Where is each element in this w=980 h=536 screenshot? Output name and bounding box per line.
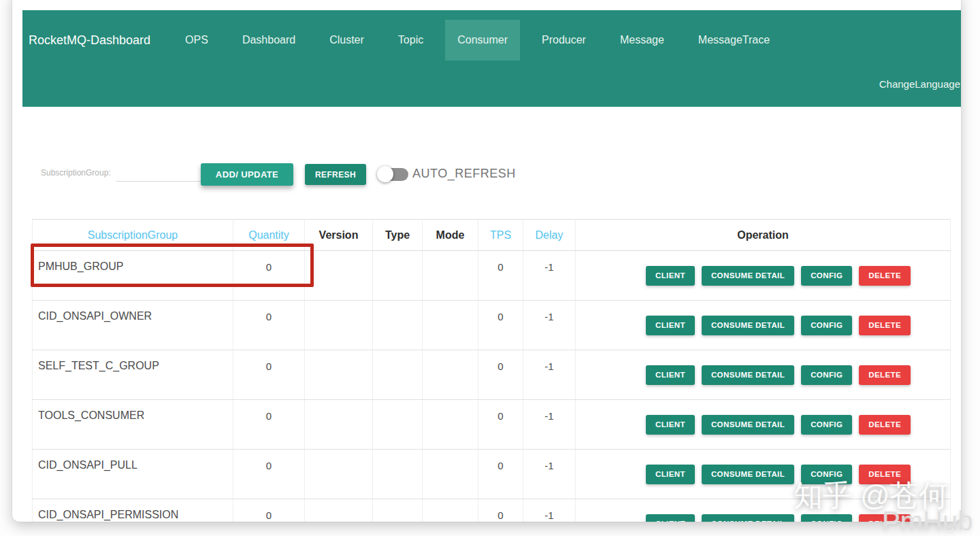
consume-detail-button[interactable]: CONSUME DETAIL	[702, 266, 794, 286]
mode-cell	[423, 251, 478, 301]
delay-cell: -1	[523, 400, 576, 450]
config-button[interactable]: CONFIG	[801, 415, 852, 435]
quantity-cell: 0	[233, 350, 305, 400]
nav-item-cluster[interactable]: Cluster	[317, 20, 376, 61]
version-cell	[305, 400, 373, 450]
mode-cell	[423, 499, 478, 522]
version-cell	[305, 450, 373, 499]
column-header-delay[interactable]: Delay	[523, 220, 576, 251]
table-row: CID_ONSAPI_OWNER00-1CLIENTCONSUME DETAIL…	[33, 301, 951, 350]
type-cell	[373, 450, 423, 499]
column-header-tps[interactable]: TPS	[478, 220, 523, 251]
brand-title[interactable]: RocketMQ-Dashboard	[29, 33, 150, 48]
config-button[interactable]: CONFIG	[801, 266, 852, 286]
delete-button[interactable]: DELETE	[859, 266, 911, 286]
type-cell	[373, 499, 423, 522]
config-button[interactable]: CONFIG	[801, 365, 852, 385]
tps-cell: 0	[478, 400, 523, 450]
mode-cell	[423, 301, 478, 350]
watermark-pmhub: PmHub	[882, 506, 973, 536]
quantity-cell: 0	[233, 251, 305, 301]
mode-cell	[423, 400, 478, 450]
table-row: PMHUB_GROUP00-1CLIENTCONSUME DETAILCONFI…	[33, 251, 951, 301]
navbar-row-1: RocketMQ-Dashboard OPSDashboardClusterTo…	[22, 10, 961, 70]
operation-cell: CLIENTCONSUME DETAILCONFIGDELETE	[576, 400, 951, 450]
column-header-operation: Operation	[576, 220, 951, 251]
add-update-button[interactable]: ADD/ UPDATE	[201, 163, 293, 186]
type-cell	[373, 301, 423, 350]
navbar: RocketMQ-Dashboard OPSDashboardClusterTo…	[22, 10, 961, 107]
nav-item-message[interactable]: Message	[608, 20, 676, 61]
column-header-type: Type	[373, 220, 423, 251]
table-row: TOOLS_CONSUMER00-1CLIENTCONSUME DETAILCO…	[33, 400, 951, 450]
delete-button[interactable]: DELETE	[859, 316, 911, 335]
nav-item-producer[interactable]: Producer	[529, 20, 598, 61]
client-button[interactable]: CLIENT	[646, 415, 695, 435]
consume-detail-button[interactable]: CONSUME DETAIL	[702, 316, 794, 335]
page: RocketMQ-Dashboard OPSDashboardClusterTo…	[0, 0, 980, 536]
version-cell	[305, 251, 373, 301]
version-cell	[305, 499, 373, 522]
type-cell	[373, 350, 423, 400]
delay-cell: -1	[523, 450, 576, 499]
delay-cell: -1	[523, 251, 576, 301]
type-cell	[373, 251, 423, 301]
subscription-group-cell: CID_ONSAPI_OWNER	[33, 301, 233, 350]
client-button[interactable]: CLIENT	[646, 465, 695, 484]
quantity-cell: 0	[233, 450, 305, 499]
subscription-group-label: SubscriptionGroup:	[41, 168, 111, 178]
navbar-row-2: ChangeLanguage	[22, 70, 961, 107]
quantity-cell: 0	[233, 400, 305, 450]
client-button[interactable]: CLIENT	[646, 266, 695, 286]
auto-refresh-label: AUTO_REFRESH	[412, 167, 516, 181]
column-header-subscriptiongroup[interactable]: SubscriptionGroup	[33, 220, 233, 251]
tps-cell: 0	[478, 499, 523, 522]
change-language-link[interactable]: ChangeLanguage	[879, 78, 960, 90]
quantity-cell: 0	[233, 499, 305, 522]
subscription-group-cell: CID_ONSAPI_PULL	[33, 450, 233, 499]
delay-cell: -1	[523, 499, 576, 522]
subscription-group-cell: PMHUB_GROUP	[33, 251, 233, 301]
nav-item-ops[interactable]: OPS	[173, 20, 220, 61]
nav-item-messagetrace[interactable]: MessageTrace	[686, 20, 782, 61]
client-button[interactable]: CLIENT	[646, 316, 695, 335]
client-button[interactable]: CLIENT	[646, 514, 695, 522]
consume-detail-button[interactable]: CONSUME DETAIL	[702, 365, 794, 385]
column-header-mode: Mode	[423, 220, 478, 251]
auto-refresh-toggle[interactable]	[377, 166, 409, 183]
subscription-group-cell: TOOLS_CONSUMER	[33, 400, 233, 450]
column-header-quantity[interactable]: Quantity	[233, 220, 305, 251]
config-button[interactable]: CONFIG	[801, 316, 852, 335]
delete-button[interactable]: DELETE	[859, 365, 911, 385]
mode-cell	[423, 350, 478, 400]
column-header-version: Version	[305, 220, 373, 251]
table-header-row: SubscriptionGroupQuantityVersionTypeMode…	[33, 220, 951, 251]
table-row: SELF_TEST_C_GROUP00-1CLIENTCONSUME DETAI…	[33, 350, 951, 400]
consume-detail-button[interactable]: CONSUME DETAIL	[702, 514, 794, 522]
consume-detail-button[interactable]: CONSUME DETAIL	[702, 465, 794, 484]
tps-cell: 0	[478, 301, 523, 350]
consume-detail-button[interactable]: CONSUME DETAIL	[702, 415, 794, 435]
type-cell	[373, 400, 423, 450]
version-cell	[305, 350, 373, 400]
toggle-knob-icon	[377, 166, 393, 182]
nav-item-consumer[interactable]: Consumer	[445, 20, 520, 61]
operation-cell: CLIENTCONSUME DETAILCONFIGDELETE	[576, 251, 951, 301]
subscription-group-cell: SELF_TEST_C_GROUP	[33, 350, 233, 400]
client-button[interactable]: CLIENT	[646, 365, 695, 385]
delete-button[interactable]: DELETE	[859, 415, 911, 435]
nav-item-topic[interactable]: Topic	[386, 20, 436, 61]
operation-cell: CLIENTCONSUME DETAILCONFIGDELETE	[576, 301, 951, 350]
tps-cell: 0	[478, 450, 523, 499]
delay-cell: -1	[523, 350, 576, 400]
quantity-cell: 0	[233, 301, 305, 350]
subscription-group-cell: CID_ONSAPI_PERMISSION	[33, 499, 233, 522]
mode-cell	[423, 450, 478, 499]
nav-item-dashboard[interactable]: Dashboard	[230, 20, 308, 61]
operation-cell: CLIENTCONSUME DETAILCONFIGDELETE	[576, 350, 951, 400]
version-cell	[305, 301, 373, 350]
refresh-button[interactable]: REFRESH	[305, 164, 366, 185]
nav-items: OPSDashboardClusterTopicConsumerProducer…	[168, 20, 787, 61]
tps-cell: 0	[478, 350, 523, 400]
subscription-group-input[interactable]	[116, 162, 201, 182]
